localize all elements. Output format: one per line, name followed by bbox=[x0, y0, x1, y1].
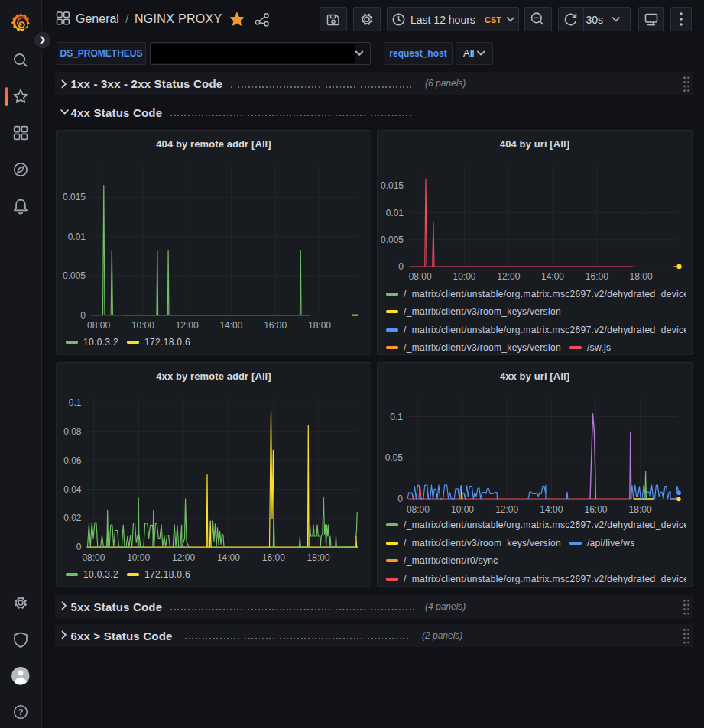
svg-text:16:00: 16:00 bbox=[264, 320, 287, 331]
svg-text:18:00: 18:00 bbox=[308, 320, 331, 331]
svg-text:0.06: 0.06 bbox=[63, 455, 82, 466]
svg-text:08:00: 08:00 bbox=[87, 320, 110, 331]
svg-text:0.08: 0.08 bbox=[63, 426, 82, 437]
svg-text:12:00: 12:00 bbox=[497, 271, 520, 282]
svg-text:0.02: 0.02 bbox=[63, 513, 82, 523]
svg-text:14:00: 14:00 bbox=[541, 271, 564, 282]
svg-text:0.015: 0.015 bbox=[381, 180, 404, 191]
svg-text:0.01: 0.01 bbox=[68, 231, 86, 242]
svg-text:18:00: 18:00 bbox=[307, 552, 330, 563]
svg-text:16:00: 16:00 bbox=[584, 504, 607, 515]
svg-text:12:00: 12:00 bbox=[176, 320, 199, 331]
svg-text:0.04: 0.04 bbox=[63, 484, 82, 495]
svg-text:10:00: 10:00 bbox=[451, 504, 474, 515]
svg-text:0.005: 0.005 bbox=[63, 270, 86, 281]
svg-text:14:00: 14:00 bbox=[219, 320, 242, 331]
svg-text:0.05: 0.05 bbox=[385, 452, 404, 463]
svg-text:0.01: 0.01 bbox=[386, 208, 404, 218]
svg-text:0: 0 bbox=[80, 310, 86, 321]
svg-text:16:00: 16:00 bbox=[262, 552, 285, 563]
svg-text:18:00: 18:00 bbox=[629, 504, 652, 515]
svg-text:18:00: 18:00 bbox=[630, 271, 653, 282]
svg-text:0: 0 bbox=[398, 261, 404, 272]
svg-text:0: 0 bbox=[397, 493, 403, 504]
svg-text:0.015: 0.015 bbox=[63, 192, 86, 202]
svg-text:14:00: 14:00 bbox=[217, 552, 240, 563]
svg-text:12:00: 12:00 bbox=[172, 552, 195, 563]
svg-text:10:00: 10:00 bbox=[127, 552, 150, 563]
svg-text:14:00: 14:00 bbox=[540, 504, 563, 515]
svg-text:0: 0 bbox=[76, 542, 82, 552]
svg-text:08:00: 08:00 bbox=[407, 504, 430, 515]
svg-text:0.005: 0.005 bbox=[381, 235, 404, 245]
svg-text:08:00: 08:00 bbox=[409, 271, 432, 282]
svg-text:10:00: 10:00 bbox=[453, 271, 475, 282]
svg-text:0.1: 0.1 bbox=[390, 412, 403, 422]
svg-text:10:00: 10:00 bbox=[131, 320, 154, 331]
svg-text:12:00: 12:00 bbox=[495, 504, 518, 515]
svg-text:16:00: 16:00 bbox=[586, 271, 608, 282]
svg-text:0.1: 0.1 bbox=[69, 397, 82, 408]
svg-text:08:00: 08:00 bbox=[82, 552, 105, 563]
